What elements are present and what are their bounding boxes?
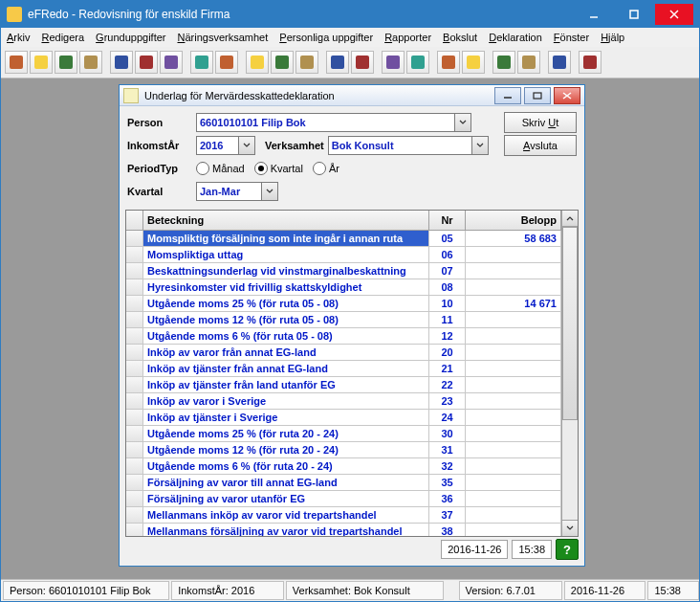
grid-body: Momspliktig försäljning som inte ingår i… [126, 231, 561, 536]
menu-redigera[interactable]: Redigera [41, 32, 84, 43]
status-version: Version: 6.7.01 [459, 581, 562, 600]
toolbar-sheet4-icon[interactable] [579, 51, 602, 74]
table-row[interactable]: Inköp av tjänster från land utanför EG22 [126, 377, 561, 393]
svg-rect-1 [630, 11, 638, 18]
dialog-titlebar: Underlag för Mervärdesskattedeklaration [120, 85, 584, 106]
business-label: Verksamhet [265, 140, 324, 151]
table-row[interactable]: Utgående moms 12 % (för ruta 20 - 24)31 [126, 442, 561, 458]
chevron-down-icon[interactable] [471, 137, 488, 154]
table-row[interactable]: Försäljning av varor till annat EG-land3… [126, 475, 561, 491]
toolbar-person-icon[interactable] [55, 51, 77, 74]
table-row[interactable]: Utgående moms 25 % (för ruta 20 - 24)30 [126, 426, 561, 442]
table-row[interactable]: Inköp av tjänster i Sverige24 [126, 410, 561, 426]
chevron-down-icon[interactable] [261, 183, 277, 200]
year-combo[interactable]: 2016 [196, 136, 255, 155]
toolbar-notes2-icon[interactable] [215, 51, 238, 74]
toolbar-books-icon[interactable] [135, 51, 158, 74]
dialog-maximize-button[interactable] [524, 87, 551, 104]
toolbar-safe-icon[interactable] [382, 51, 405, 74]
minimize-button[interactable] [575, 4, 613, 25]
table-row[interactable]: Utgående moms 6 % (för ruta 20 - 24)32 [126, 458, 561, 475]
menu-deklaration[interactable]: Deklaration [489, 32, 542, 43]
table-row[interactable]: Inköp av varor från annat EG-land20 [126, 345, 561, 361]
table-row[interactable]: Utgående moms 12 % (för ruta 05 - 08)11 [126, 312, 561, 328]
maximize-button[interactable] [615, 4, 653, 25]
period-year-radio[interactable]: År [313, 162, 339, 175]
dialog-close-button[interactable] [554, 87, 580, 104]
toolbar-book-blue-icon[interactable] [110, 51, 133, 74]
dialog-minimize-button[interactable] [494, 87, 521, 104]
titlebar: eFRedo - Redovisning för enskild Firma [1, 1, 699, 28]
table-row[interactable]: Inköp av tjänster från annat EG-land21 [126, 361, 561, 377]
toolbar-sheet-icon[interactable] [246, 51, 269, 74]
help-button[interactable]: ? [556, 539, 579, 560]
quarter-combo[interactable]: Jan-Mar [196, 182, 278, 201]
status-person: Person: 6601010101 Filip Bok [3, 581, 169, 600]
vat-dialog: Underlag för Mervärdesskattedeklaration … [119, 84, 585, 567]
table-row[interactable]: Mellanmans inköp av varor vid trepartsha… [126, 507, 561, 524]
scroll-down-button[interactable] [562, 520, 578, 536]
table-row[interactable]: Mellanmans försäljning av varor vid trep… [126, 524, 561, 536]
table-row[interactable]: Hyresinkomster vid frivillig skattskyldi… [126, 279, 561, 296]
close-dialog-button[interactable]: Avsluta [504, 135, 577, 156]
table-row[interactable]: Utgående moms 6 % (för ruta 05 - 08)12 [126, 328, 561, 345]
periodtype-label: PeriodTyp [127, 163, 196, 174]
year-label: InkomstÅr [127, 140, 196, 151]
toolbar-sheet-edit-icon[interactable] [271, 51, 294, 74]
chevron-down-icon[interactable] [454, 114, 470, 131]
dialog-icon [123, 88, 139, 103]
grid-header: Beteckning Nr Belopp [126, 211, 561, 231]
person-combo[interactable]: 6601010101 Filip Bok [196, 113, 471, 132]
dialog-form: Person 6601010101 Filip Bok Skriv Ut Ink… [120, 106, 584, 208]
table-row[interactable]: Beskattningsunderlag vid vinstmarginalbe… [126, 263, 561, 279]
toolbar-sheet3-icon[interactable] [295, 51, 318, 74]
period-month-radio[interactable]: Månad [196, 162, 245, 175]
table-row[interactable]: Momspliktig försäljning som inte ingår i… [126, 231, 561, 247]
col-belopp[interactable]: Belopp [466, 211, 561, 230]
toolbar-cabinet-icon[interactable] [5, 51, 28, 74]
toolbar-scroll-icon[interactable] [548, 51, 571, 74]
toolbar-bars-icon[interactable] [462, 51, 485, 74]
scroll-thumb[interactable] [562, 227, 578, 420]
table-row[interactable]: Momspliktiga uttag06 [126, 247, 561, 263]
menu-bokslut[interactable]: Bokslut [443, 32, 477, 43]
table-row[interactable]: Utgående moms 25 % (för ruta 05 - 08)101… [126, 296, 561, 312]
toolbar-book-open-icon[interactable] [517, 51, 540, 74]
period-quarter-radio[interactable]: Kvartal [254, 162, 303, 175]
toolbar-notes-icon[interactable] [190, 51, 213, 74]
table-row[interactable]: Inköp av varor i Sverige23 [126, 393, 561, 410]
toolbar-folder-icon[interactable] [326, 51, 349, 74]
menu-fönster[interactable]: Fönster [554, 32, 589, 43]
menu-hjälp[interactable]: Hjälp [601, 32, 624, 43]
chevron-down-icon[interactable] [238, 137, 254, 154]
menu-grunduppgifter[interactable]: Grunduppgifter [96, 32, 165, 43]
toolbar [1, 47, 699, 78]
app-icon [7, 7, 22, 22]
dialog-footer: 2016-11-26 15:38 ? [125, 539, 579, 560]
col-beteckning[interactable]: Beteckning [143, 211, 429, 230]
grid-scrollbar[interactable] [561, 211, 578, 536]
business-combo[interactable]: Bok Konsult [328, 136, 489, 155]
close-button[interactable] [655, 4, 693, 25]
app-title: eFRedo - Redovisning för enskild Firma [28, 8, 573, 21]
status-year: InkomstÅr: 2016 [171, 581, 284, 600]
menu-personliga uppgifter[interactable]: Personliga uppgifter [279, 32, 373, 43]
table-row[interactable]: Försäljning av varor utanför EG36 [126, 491, 561, 507]
status-business: Verksamhet: Bok Konsult [286, 581, 444, 600]
statusbar: Person: 6601010101 Filip Bok InkomstÅr: … [1, 579, 699, 601]
menu-rapporter[interactable]: Rapporter [384, 32, 431, 43]
toolbar-bulb-icon[interactable] [30, 51, 53, 74]
menu-arkiv[interactable]: Arkiv [7, 32, 30, 43]
menu-näringsverksamhet[interactable]: Näringsverksamhet [178, 32, 269, 43]
toolbar-folder2-icon[interactable] [351, 51, 374, 74]
toolbar-calc-icon[interactable] [492, 51, 515, 74]
toolbar-balance-icon[interactable] [79, 51, 102, 74]
svg-rect-5 [534, 93, 541, 99]
toolbar-chart-icon[interactable] [437, 51, 460, 74]
scroll-up-button[interactable] [562, 211, 578, 227]
col-nr[interactable]: Nr [429, 211, 466, 230]
toolbar-book-yellow-icon[interactable] [160, 51, 183, 74]
main-window: eFRedo - Redovisning för enskild Firma A… [0, 0, 700, 602]
toolbar-safe2-icon[interactable] [406, 51, 429, 74]
print-button[interactable]: Skriv Ut [504, 112, 577, 133]
